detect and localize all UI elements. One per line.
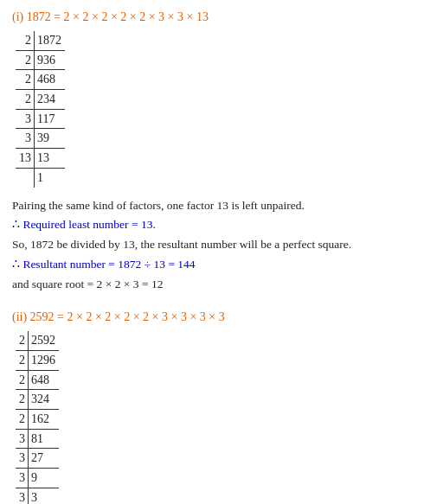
pairing-note: Pairing the same kind of factors, one fa… <box>12 196 431 216</box>
dividend-cell: 936 <box>35 50 66 70</box>
dividend-cell: 1 <box>35 168 66 187</box>
table-row: 3 9 <box>16 469 59 488</box>
required-number: ∴ Required least number = 13. <box>12 215 431 235</box>
table-row: 3 39 <box>16 129 65 149</box>
divisor-cell: 2 <box>16 90 35 110</box>
equation-2: (ii) 2592 = 2 × 2 × 2 × 2 × 2 × 3 × 3 × … <box>12 310 431 324</box>
explanation-1: Pairing the same kind of factors, one fa… <box>12 196 431 296</box>
table-row: 2 1296 <box>16 350 59 370</box>
dividend-cell: 648 <box>29 370 60 390</box>
dividend-cell: 468 <box>35 70 66 90</box>
divisor-cell: 2 <box>16 370 29 390</box>
section-2: (ii) 2592 = 2 × 2 × 2 × 2 × 2 × 3 × 3 × … <box>12 310 431 504</box>
dividend-cell: 3 <box>29 488 60 504</box>
equation-text-1: 1872 = 2 × 2 × 2 × 2 × 2 × 3 × 3 × 13 <box>27 10 209 23</box>
section-label-1: (i) <box>12 10 27 23</box>
equation-text-2: 2592 = 2 × 2 × 2 × 2 × 2 × 3 × 3 × 3 × 3 <box>30 310 225 323</box>
dividend-cell: 39 <box>35 129 66 149</box>
table-row: 3 81 <box>16 429 59 449</box>
table-row: 2 162 <box>16 409 59 429</box>
table-row: 2 936 <box>16 50 65 70</box>
dividend-cell: 1872 <box>35 31 66 50</box>
divisor-cell: 2 <box>16 331 29 350</box>
divisor-cell: 2 <box>16 390 29 410</box>
resultant: ∴ Resultant number = 1872 ÷ 13 = 144 <box>12 255 431 275</box>
table-row: 13 13 <box>16 149 65 169</box>
divisor-cell: 3 <box>16 449 29 469</box>
divisor-cell: 3 <box>16 109 35 129</box>
dividend-cell: 27 <box>29 449 60 469</box>
divisor-cell: 2 <box>16 70 35 90</box>
divisor-cell: 2 <box>16 50 35 70</box>
divisor-cell: 3 <box>16 469 29 488</box>
divisor-cell <box>16 168 35 187</box>
division-table-2: 2 2592 2 1296 2 648 2 324 2 162 3 81 3 2… <box>16 331 59 504</box>
so-line: So, 1872 be divided by 13, the resultant… <box>12 235 431 255</box>
dividend-cell: 117 <box>35 109 66 129</box>
table-row: 2 1872 <box>16 31 65 50</box>
section-label-2: (ii) <box>12 310 30 323</box>
section-1: (i) 1872 = 2 × 2 × 2 × 2 × 2 × 3 × 3 × 1… <box>12 10 431 295</box>
table-row: 3 27 <box>16 449 59 469</box>
dividend-cell: 324 <box>29 390 60 410</box>
dividend-cell: 13 <box>35 149 66 169</box>
table-row: 2 468 <box>16 70 65 90</box>
table-row: 1 <box>16 168 65 187</box>
table-row: 2 648 <box>16 370 59 390</box>
table-row: 3 3 <box>16 488 59 504</box>
divisor-cell: 2 <box>16 350 29 370</box>
dividend-cell: 81 <box>29 429 60 449</box>
dividend-cell: 2592 <box>29 331 60 350</box>
table-row: 3 117 <box>16 109 65 129</box>
divisor-cell: 2 <box>16 31 35 50</box>
table-row: 2 324 <box>16 390 59 410</box>
divisor-cell: 3 <box>16 488 29 504</box>
dividend-cell: 162 <box>29 409 60 429</box>
divisor-cell: 2 <box>16 409 29 429</box>
equation-1: (i) 1872 = 2 × 2 × 2 × 2 × 2 × 3 × 3 × 1… <box>12 10 431 24</box>
divisor-cell: 13 <box>16 149 35 169</box>
division-table-1: 2 1872 2 936 2 468 2 234 3 117 3 39 13 1… <box>16 31 65 188</box>
dividend-cell: 1296 <box>29 350 60 370</box>
dividend-cell: 234 <box>35 90 66 110</box>
table-row: 2 234 <box>16 90 65 110</box>
divisor-cell: 3 <box>16 429 29 449</box>
square-root: and square root = 2 × 2 × 3 = 12 <box>12 275 431 295</box>
divisor-cell: 3 <box>16 129 35 149</box>
dividend-cell: 9 <box>29 469 60 488</box>
table-row: 2 2592 <box>16 331 59 350</box>
